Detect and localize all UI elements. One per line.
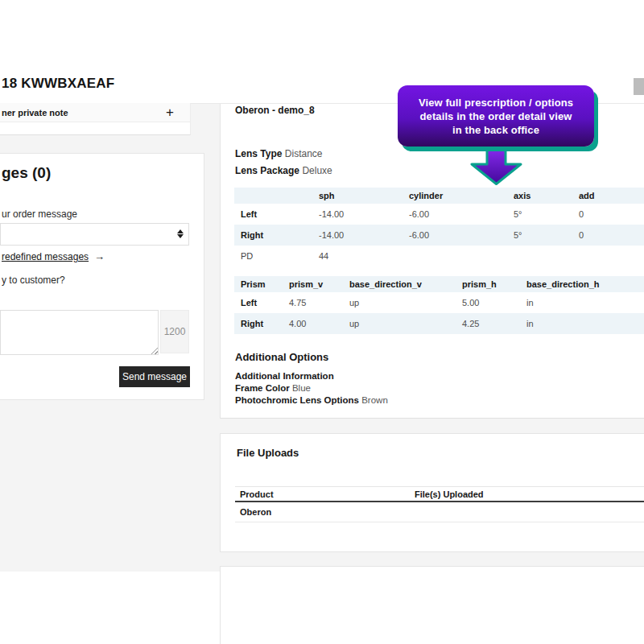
col-header-product: Product [235,489,410,499]
cell-base-direction-h: in [520,292,644,313]
header-action-button[interactable] [634,78,644,95]
additional-information-label: Additional Information [235,370,388,382]
row-label: PD [234,246,312,266]
col-header-sph: sph [312,188,402,204]
row-label: Left [234,292,283,313]
row-label: Left [234,204,312,225]
cell-sph: -14.00 [312,225,402,246]
send-message-button[interactable]: Send message [119,366,190,387]
messages-heading: ges (0) [2,164,51,182]
additional-options-heading: Additional Options [235,351,328,363]
cell-base-direction-h: in [520,313,644,334]
table-row-right: Right -14.00 -6.00 5° 0 [234,225,644,246]
select-arrows-icon [177,229,184,238]
cell-product: Oberon [235,507,410,517]
reply-to-customer-label: y to customer? [2,275,65,286]
col-header [234,188,312,204]
photochromic-line: Photochromic Lens Options Brown [235,394,388,407]
cell-prism-v: 4.75 [283,292,343,313]
lens-package-value: Deluxe [302,165,332,176]
message-textarea[interactable] [0,310,159,355]
file-uploads-card: File Uploads Product File(s) Uploaded Ob… [220,433,644,552]
next-section-card [220,566,644,644]
table-header-row: Prism prism_v base_direction_v prism_h b… [234,276,644,292]
table-row-left: Left 4.75 up 5.00 in [234,292,644,313]
prescription-card: Oberon - demo_8 Lens Type Distance Lens … [220,104,644,419]
callout-text-line: in the back office [398,123,594,137]
cell-cylinder: -6.00 [402,204,507,225]
arrow-right-icon: → [94,250,105,262]
cell-prism-h: 5.00 [456,292,520,313]
file-uploads-table: Product File(s) Uploaded Oberon [235,486,644,522]
photochromic-value: Brown [361,395,388,405]
lens-package-label: Lens Package [235,165,299,176]
row-label: Right [234,313,283,334]
private-note-label: ner private note [2,108,68,118]
prescription-table: sph cylinder axis add Left -14.00 -6.00 … [234,188,644,266]
order-message-select[interactable] [0,223,189,246]
col-header-prism-v: prism_v [283,276,343,292]
frame-color-line: Frame Color Blue [235,382,388,394]
table-row-left: Left -14.00 -6.00 5° 0 [234,204,644,225]
frame-color-value: Blue [292,383,311,393]
frame-color-label: Frame Color [235,383,290,393]
col-header-base-direction-v: base_direction_v [343,276,456,292]
col-header-base-direction-h: base_direction_h [520,276,644,292]
table-header-row: Product File(s) Uploaded [235,487,644,502]
callout-text-line: details in the order detail view [398,109,594,123]
cell-axis: 5° [507,225,572,246]
photochromic-label: Photochromic Lens Options [235,395,359,405]
col-header-add: add [572,188,644,204]
product-title: Oberon - demo_8 [235,105,315,116]
col-header-prism: Prism [234,276,283,292]
col-header-files: File(s) Uploaded [410,489,644,499]
private-note-accordion[interactable]: ner private note + [0,103,190,122]
lens-type-value: Distance [285,148,323,159]
order-message-label: ur order message [2,208,77,220]
char-counter: 1200 [160,310,189,353]
cell-prism-v: 4.00 [283,313,343,334]
messages-card: ges (0) ur order message redefined messa… [0,153,204,400]
col-header-prism-h: prism_h [456,276,520,292]
lens-type-label: Lens Type [235,148,282,159]
table-row-right: Right 4.00 up 4.25 in [234,313,644,334]
col-header-axis: axis [507,188,572,204]
lens-package-line: Lens Package Deluxe [235,165,332,176]
plus-icon[interactable]: + [166,105,174,121]
order-title: 18 KWWBXAEAF [2,76,114,92]
cell-cylinder: -6.00 [402,225,507,246]
cell-prism-h: 4.25 [456,313,520,334]
page: 18 KWWBXAEAF ner private note + ges (0) … [0,0,644,644]
cell-add: 0 [572,225,644,246]
predefined-messages-link[interactable]: redefined messages [2,251,89,262]
callout-text-line: View full prescription / options [398,96,594,109]
row-label: Right [234,225,312,246]
table-row-pd: PD 44 [234,246,644,266]
table-header-row: sph cylinder axis add [234,188,644,204]
cell-base-direction-v: up [343,313,456,334]
private-note-card: ner private note + [0,103,191,135]
cell-add: 0 [572,204,644,225]
cell-pd-value: 44 [312,246,402,266]
lens-type-line: Lens Type Distance [235,148,323,159]
cell-axis: 5° [507,204,572,225]
table-row: Oberon [235,502,644,522]
callout-tooltip: View full prescription / options details… [398,85,594,147]
cell-sph: -14.00 [312,204,402,225]
prism-table: Prism prism_v base_direction_v prism_h b… [234,276,644,334]
col-header-cylinder: cylinder [402,188,507,204]
cell-base-direction-v: up [343,292,456,313]
file-uploads-heading: File Uploads [237,447,299,459]
additional-options-block: Additional Information Frame Color Blue … [235,370,388,407]
arrow-down-icon [470,148,523,187]
